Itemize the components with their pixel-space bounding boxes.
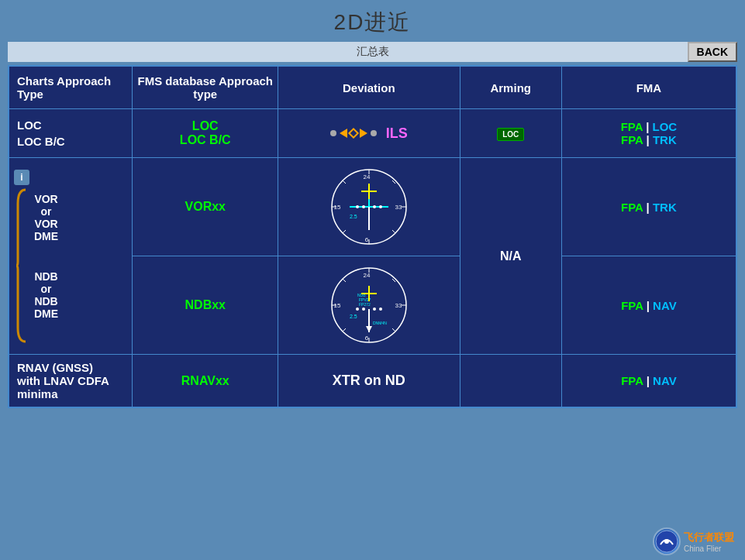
table-row-loc: LOC LOC B/C LOC LOC B/C bbox=[9, 109, 736, 158]
fms-loc-text: LOC bbox=[137, 119, 273, 133]
ils-arrow-svg bbox=[340, 125, 367, 141]
svg-text:2.5: 2.5 bbox=[350, 214, 357, 219]
ndb-label: NDBorNDBDME bbox=[34, 270, 58, 320]
svg-line-10 bbox=[343, 230, 346, 233]
vor-label: VORorVORDME bbox=[34, 193, 58, 242]
svg-point-43 bbox=[362, 307, 365, 311]
fma-rnav-line: FPA | NAV bbox=[567, 374, 731, 387]
svg-marker-51 bbox=[366, 326, 372, 332]
vor-ndb-labels: VORorVORDME NDBorNDBDME bbox=[34, 179, 58, 334]
svg-line-34 bbox=[392, 279, 395, 282]
ils-indicator: ILS bbox=[283, 125, 455, 142]
header-arming: Arming bbox=[460, 67, 561, 109]
svg-marker-0 bbox=[340, 129, 347, 138]
svg-text:FP272: FP272 bbox=[359, 302, 371, 307]
loc-arming-indicator: LOC bbox=[497, 128, 524, 141]
fma-ndb: FPA | NAV bbox=[561, 256, 736, 355]
deviation-ndb: 24 6 15 33 NDB FPV27 FP272 bbox=[278, 256, 460, 355]
svg-line-31 bbox=[343, 279, 346, 282]
deviation-vor: 24 6 15 33 bbox=[278, 158, 460, 256]
brace-svg bbox=[15, 188, 29, 343]
summary-bar: 汇总表 BACK bbox=[8, 42, 737, 62]
svg-point-23 bbox=[379, 205, 382, 208]
svg-marker-1 bbox=[360, 129, 367, 138]
svg-point-22 bbox=[373, 205, 376, 208]
svg-point-53 bbox=[664, 539, 669, 544]
header-fma: FMA bbox=[561, 67, 736, 109]
svg-line-9 bbox=[392, 230, 395, 233]
svg-line-32 bbox=[392, 328, 395, 332]
fma-vor-line: FPA | TRK bbox=[567, 201, 731, 214]
svg-text:15: 15 bbox=[333, 302, 340, 309]
svg-point-42 bbox=[356, 307, 359, 311]
arming-loc-button: LOC bbox=[460, 109, 561, 158]
na-label: N/A bbox=[465, 249, 557, 263]
header-fms-database: FMS database Approach type bbox=[133, 67, 278, 109]
fms-vor-text: VORxx bbox=[137, 200, 273, 214]
watermark-site: 飞行者联盟 bbox=[684, 531, 734, 545]
svg-point-44 bbox=[373, 307, 376, 311]
fma-rnav: FPA | NAV bbox=[561, 355, 736, 407]
fms-loc-bc-text: LOC B/C bbox=[137, 133, 273, 147]
arming-rnav bbox=[460, 355, 561, 407]
vor-instrument-svg: 24 6 15 33 bbox=[326, 164, 412, 249]
svg-text:24: 24 bbox=[363, 272, 370, 279]
svg-point-45 bbox=[379, 307, 382, 311]
table-row-vor: i VORorVORDME NDBorNDBDME bbox=[9, 158, 736, 256]
fms-rnav-text: RNAVxx bbox=[137, 374, 273, 388]
info-symbol: i bbox=[14, 170, 29, 185]
watermark-icon bbox=[654, 529, 679, 554]
fma-loc-line1: FPA | LOC bbox=[567, 120, 731, 133]
deviation-ils: ILS bbox=[278, 109, 460, 158]
svg-text:6: 6 bbox=[365, 335, 369, 342]
ils-dot-left bbox=[330, 130, 336, 136]
svg-text:33: 33 bbox=[395, 204, 402, 211]
header-deviation: Deviation bbox=[278, 67, 460, 109]
watermark-logo bbox=[653, 527, 681, 555]
summary-label: 汇总表 bbox=[357, 45, 389, 59]
svg-rect-2 bbox=[349, 129, 357, 137]
xtr-label: XTR on ND bbox=[283, 373, 455, 389]
ils-dot-right bbox=[371, 130, 377, 136]
svg-text:24: 24 bbox=[363, 173, 370, 180]
fms-vor: VORxx bbox=[133, 158, 278, 256]
back-button[interactable]: BACK bbox=[688, 42, 737, 62]
svg-text:33: 33 bbox=[395, 302, 402, 309]
charts-type-rnav: RNAV (GNSS)with LNAV CDFAminima bbox=[9, 355, 133, 407]
loc-bc-label: LOC B/C bbox=[17, 135, 127, 148]
fma-ndb-line: FPA | NAV bbox=[567, 299, 731, 312]
svg-text:DNM4N: DNM4N bbox=[373, 321, 387, 325]
loc-label: LOC bbox=[17, 119, 127, 132]
svg-line-8 bbox=[343, 180, 346, 184]
fms-rnav: RNAVxx bbox=[133, 355, 278, 407]
page-title: 2D进近 bbox=[0, 0, 745, 42]
watermark-sub: China Flier bbox=[684, 545, 734, 553]
svg-line-11 bbox=[392, 180, 395, 184]
svg-text:15: 15 bbox=[333, 204, 340, 211]
info-icon: i bbox=[14, 170, 29, 343]
header-charts-approach-type: Charts Approach Type bbox=[9, 67, 133, 109]
approach-table: Charts Approach Type FMS database Approa… bbox=[9, 66, 736, 407]
deviation-rnav: XTR on ND bbox=[278, 355, 460, 407]
main-content: Charts Approach Type FMS database Approa… bbox=[8, 65, 737, 408]
svg-point-21 bbox=[362, 205, 365, 208]
watermark: 飞行者联盟 China Flier bbox=[653, 527, 734, 555]
svg-text:2.5: 2.5 bbox=[350, 314, 357, 319]
charts-type-vor: i VORorVORDME NDBorNDBDME bbox=[9, 158, 133, 355]
svg-line-33 bbox=[343, 328, 346, 332]
fma-loc-line2: FPA | TRK bbox=[567, 133, 731, 146]
watermark-label: 飞行者联盟 China Flier bbox=[684, 531, 734, 553]
fms-ndb: NDBxx bbox=[133, 256, 278, 355]
rnav-label: RNAV (GNSS)with LNAV CDFAminima bbox=[17, 361, 127, 400]
fma-loc: FPA | LOC FPA | TRK bbox=[561, 109, 736, 158]
ils-label: ILS bbox=[386, 125, 408, 142]
fma-vor: FPA | TRK bbox=[561, 158, 736, 256]
charts-type-loc: LOC LOC B/C bbox=[9, 109, 133, 158]
svg-point-20 bbox=[356, 205, 359, 208]
ndb-instrument-svg: 24 6 15 33 NDB FPV27 FP272 bbox=[326, 263, 412, 348]
fms-ndb-text: NDBxx bbox=[137, 298, 273, 312]
brace-container: i VORorVORDME NDBorNDBDME bbox=[14, 170, 127, 343]
table-row-rnav: RNAV (GNSS)with LNAV CDFAminima RNAVxx X… bbox=[9, 355, 736, 407]
fms-type-loc: LOC LOC B/C bbox=[133, 109, 278, 158]
svg-text:6: 6 bbox=[365, 236, 369, 243]
